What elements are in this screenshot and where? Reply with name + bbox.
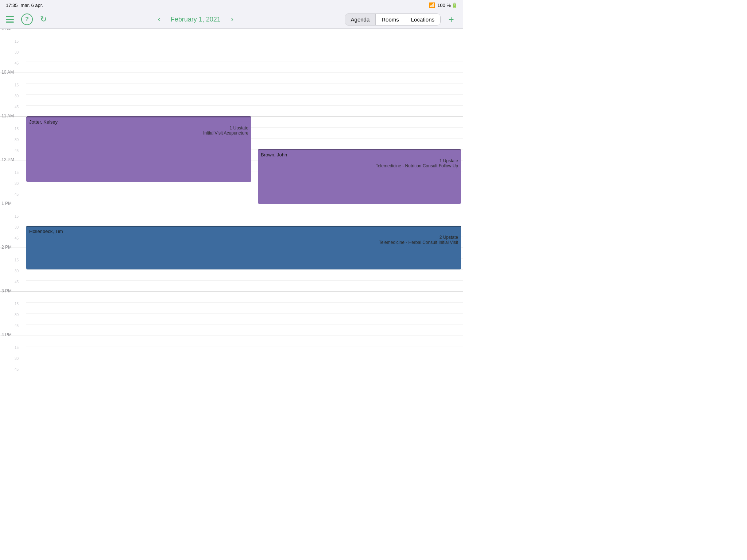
quarter-line-15-90 [26,324,463,324]
next-button[interactable]: › [228,13,236,26]
wifi-icon: 📶 [429,2,435,8]
hour-line-16 [26,335,463,335]
time-label-12: 12 PM [1,157,14,162]
time-sub-11-30: 30 [15,138,19,142]
time-sub-16-15: 15 [15,346,19,350]
status-bar: 17:35 mar. 6 apr. 📶 100 % 🔋 [0,0,463,10]
time-sub-10-30: 30 [15,94,19,98]
status-time: 17:35 [6,3,18,8]
add-button[interactable]: + [445,13,457,26]
rooms-view-button[interactable]: Rooms [376,14,405,25]
time-label-13: 1 PM [1,201,12,206]
events-column: Jotter, Kelsey1 UpstateInitial Visit Acu… [26,29,463,379]
hour-line-10 [26,73,463,73]
quarter-line-16-90 [26,368,463,368]
time-sub-15-15: 15 [15,302,19,306]
battery-text: 100 % [437,3,451,8]
battery-indicator: 100 % 🔋 [437,3,457,8]
status-bar-left: 17:35 mar. 6 apr. [6,3,43,8]
time-sub-15-45: 45 [15,324,19,328]
time-slot-9-am: 9 AM153045 [0,29,26,73]
toolbar-center: ‹ February 1, 2021 › [155,13,236,26]
time-slot-1-pm: 1 PM153045 [0,204,26,248]
event-meta-evt3: 2 UpstateTelemedicine - Herbal Consult I… [29,235,458,245]
time-sub-10-45: 45 [15,105,19,109]
quarter-line-10-90 [26,105,463,106]
event-patient-name-evt3: Hollenbeck, Tim [29,229,458,234]
hour-line-13 [26,204,463,204]
time-column: 9 AM15304510 AM15304511 AM15304512 PM153… [0,29,26,560]
time-slot-11-am: 11 AM153045 [0,116,26,160]
time-sub-12-30: 30 [15,182,19,186]
time-label-10: 10 AM [1,70,14,75]
hamburger-line-3 [6,22,14,23]
time-sub-9-15: 15 [15,39,19,43]
time-slot-3-pm: 3 PM153045 [0,291,26,335]
quarter-line-13-30 [26,215,463,215]
time-sub-13-30: 30 [15,225,19,229]
time-sub-11-15: 15 [15,127,19,131]
quarter-line-9-60 [26,51,463,51]
quarter-line-10-60 [26,94,463,95]
time-sub-15-30: 30 [15,313,19,317]
time-slot-4-pm: 4 PM153045 [0,335,26,379]
status-bar-right: 📶 100 % 🔋 [429,2,457,8]
time-slot-12-pm: 12 PM153045 [0,160,26,204]
quarter-line-16-60 [26,357,463,357]
time-sub-11-45: 45 [15,149,19,153]
toolbar-left: ? ↻ [6,13,47,25]
time-sub-13-45: 45 [15,236,19,240]
locations-view-button[interactable]: Locations [405,14,440,25]
add-icon: + [448,14,454,25]
help-icon: ? [25,16,29,23]
time-sub-16-45: 45 [15,368,19,372]
quarter-line-15-30 [26,302,463,303]
time-sub-14-30: 30 [15,269,19,273]
time-label-14: 2 PM [1,245,12,250]
time-label-15: 3 PM [1,288,12,293]
quarter-line-14-60 [26,269,463,270]
hamburger-line-1 [6,16,14,17]
time-sub-12-15: 15 [15,171,19,175]
event-meta-evt2: 1 UpstateTelemedicine - Nutrition Consul… [261,158,458,168]
calendar-grid: 9 AM15304510 AM15304511 AM15304512 PM153… [0,29,463,560]
help-button[interactable]: ? [21,13,33,25]
agenda-view-button[interactable]: Agenda [345,14,376,25]
prev-button[interactable]: ‹ [155,13,163,26]
event-patient-name-evt1: Jotter, Kelsey [29,119,248,125]
time-label-11: 11 AM [1,113,14,118]
hour-line-15 [26,291,463,292]
hamburger-line-2 [6,19,14,20]
time-sub-14-45: 45 [15,280,19,284]
quarter-line-9-30 [26,40,463,40]
toolbar: ? ↻ ‹ February 1, 2021 › Agenda Rooms Lo… [0,10,463,29]
time-sub-9-30: 30 [15,50,19,54]
quarter-line-16-30 [26,346,463,346]
status-date: mar. 6 apr. [21,3,43,8]
event-evt1[interactable]: Jotter, Kelsey1 UpstateInitial Visit Acu… [26,116,251,182]
menu-button[interactable] [6,16,14,23]
time-slot-2-pm: 2 PM153045 [0,248,26,291]
quarter-line-14-90 [26,280,463,281]
refresh-button[interactable]: ↻ [40,15,47,24]
time-sub-16-30: 30 [15,357,19,361]
time-sub-13-15: 15 [15,214,19,218]
date-title: February 1, 2021 [171,16,221,23]
toolbar-right: Agenda Rooms Locations + [345,13,457,26]
refresh-icon: ↻ [40,15,47,24]
time-sub-14-15: 15 [15,258,19,262]
time-sub-9-45: 45 [15,61,19,65]
event-evt3[interactable]: Hollenbeck, Tim2 UpstateTelemedicine - H… [26,226,461,269]
time-sub-12-45: 45 [15,192,19,197]
time-slot-10-am: 10 AM153045 [0,73,26,116]
event-meta-evt1: 1 UpstateInitial Visit Acupuncture [29,125,248,136]
event-evt2[interactable]: Brown, John1 UpstateTelemedicine - Nutri… [258,149,461,204]
quarter-line-15-60 [26,313,463,314]
time-label-16: 4 PM [1,332,12,337]
hour-line-9 [26,29,463,29]
view-toggle: Agenda Rooms Locations [345,13,441,26]
battery-icon: 🔋 [452,3,457,8]
time-label-9: 9 AM [1,29,11,31]
quarter-line-10-30 [26,83,463,84]
event-patient-name-evt2: Brown, John [261,152,458,158]
